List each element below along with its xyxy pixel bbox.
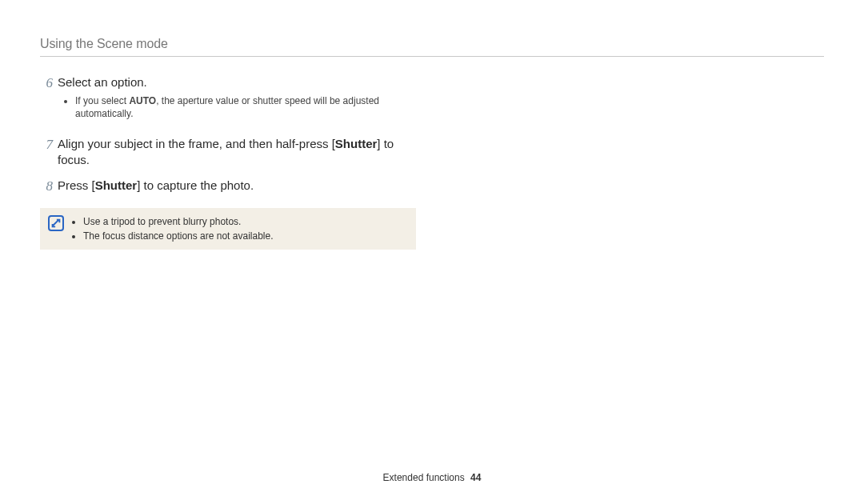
text-strong: Shutter [95,178,138,192]
text-post: ] to capture the photo. [137,178,254,192]
step-6: 6 Select an option. If you select AUTO, … [40,74,424,130]
note-bullets: Use a tripod to prevent blurry photos. T… [72,214,273,243]
page: Using the Scene mode 6 Select an option.… [0,0,864,504]
content-column: 6 Select an option. If you select AUTO, … [40,74,424,250]
page-header: Using the Scene mode [40,37,824,57]
step-sub-bullets: If you select AUTO, the aperture value o… [64,94,424,121]
text-pre: Align your subject in the frame, and the… [58,137,335,150]
step-text: Select an option. [58,74,424,90]
step-body: Select an option. If you select AUTO, th… [58,74,424,130]
step-7: 7 Align your subject in the frame, and t… [40,136,424,172]
header-title: Using the Scene mode [40,37,824,51]
bullet-strong: AUTO [129,95,156,106]
text-strong: Shutter [335,137,378,150]
note-box: Use a tripod to prevent blurry photos. T… [40,208,416,250]
step-body: Press [Shutter] to capture the photo. [58,178,424,197]
note-bullet: The focus distance options are not avail… [83,229,273,243]
step-number: 7 [40,136,58,154]
step-text: Align your subject in the frame, and the… [58,136,424,169]
note-icon [48,215,64,231]
step-8: 8 Press [Shutter] to capture the photo. [40,178,424,197]
step-number: 6 [40,74,58,93]
footer-page-number: 44 [470,472,481,483]
step-text: Press [Shutter] to capture the photo. [58,178,424,194]
page-footer: Extended functions 44 [0,472,864,483]
note-bullet: Use a tripod to prevent blurry photos. [83,214,273,229]
footer-section: Extended functions [383,472,465,483]
text-pre: Press [ [58,178,95,192]
bullet-item: If you select AUTO, the aperture value o… [75,94,424,121]
step-number: 8 [40,178,58,196]
header-rule [40,56,824,57]
step-body: Align your subject in the frame, and the… [58,136,424,172]
bullet-pre: If you select [75,95,129,106]
